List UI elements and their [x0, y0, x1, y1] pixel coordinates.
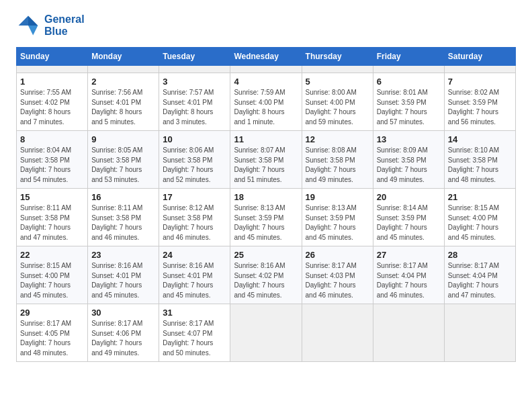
- day-info: Sunrise: 8:17 AM Sunset: 4:03 PM Dayligh…: [306, 261, 369, 300]
- day-info: Sunrise: 8:17 AM Sunset: 4:07 PM Dayligh…: [163, 319, 226, 358]
- day-number: 10: [163, 134, 226, 144]
- day-number: 26: [306, 250, 369, 260]
- day-info: Sunrise: 8:15 AM Sunset: 4:00 PM Dayligh…: [448, 203, 512, 242]
- day-info: Sunrise: 8:00 AM Sunset: 4:00 PM Dayligh…: [306, 88, 369, 127]
- day-info: Sunrise: 8:16 AM Sunset: 4:02 PM Dayligh…: [234, 261, 298, 300]
- calendar-cell: 18Sunrise: 8:13 AM Sunset: 3:59 PM Dayli…: [230, 189, 302, 246]
- day-number: 29: [20, 308, 84, 318]
- calendar-cell: 14Sunrise: 8:10 AM Sunset: 3:58 PM Dayli…: [444, 131, 515, 189]
- calendar-cell: [373, 304, 444, 362]
- day-number: 3: [163, 77, 226, 87]
- day-info: Sunrise: 7:59 AM Sunset: 4:00 PM Dayligh…: [234, 88, 298, 127]
- day-number: 12: [306, 134, 369, 144]
- day-info: Sunrise: 8:04 AM Sunset: 3:58 PM Dayligh…: [20, 146, 84, 185]
- day-number: 8: [20, 134, 84, 144]
- calendar-cell: 31Sunrise: 8:17 AM Sunset: 4:07 PM Dayli…: [159, 304, 230, 362]
- calendar-cell: 20Sunrise: 8:14 AM Sunset: 3:59 PM Dayli…: [373, 189, 444, 246]
- week-row-3: 15Sunrise: 8:11 AM Sunset: 3:58 PM Dayli…: [17, 189, 516, 246]
- calendar-cell: 15Sunrise: 8:11 AM Sunset: 3:58 PM Dayli…: [17, 189, 88, 246]
- calendar-cell: 22Sunrise: 8:15 AM Sunset: 4:00 PM Dayli…: [17, 246, 88, 304]
- day-info: Sunrise: 8:13 AM Sunset: 3:59 PM Dayligh…: [234, 203, 298, 242]
- calendar-cell: 23Sunrise: 8:16 AM Sunset: 4:01 PM Dayli…: [88, 246, 159, 304]
- week-row-4: 22Sunrise: 8:15 AM Sunset: 4:00 PM Dayli…: [17, 246, 516, 304]
- calendar-cell: 16Sunrise: 8:11 AM Sunset: 3:58 PM Dayli…: [88, 189, 159, 246]
- day-info: Sunrise: 8:17 AM Sunset: 4:04 PM Dayligh…: [448, 261, 512, 300]
- calendar-cell: 28Sunrise: 8:17 AM Sunset: 4:04 PM Dayli…: [444, 246, 515, 304]
- day-info: Sunrise: 8:12 AM Sunset: 3:58 PM Dayligh…: [163, 203, 226, 242]
- day-info: Sunrise: 8:15 AM Sunset: 4:00 PM Dayligh…: [20, 261, 84, 300]
- day-info: Sunrise: 8:05 AM Sunset: 3:58 PM Dayligh…: [91, 146, 155, 185]
- calendar-cell: [159, 66, 230, 73]
- calendar-cell: 30Sunrise: 8:17 AM Sunset: 4:06 PM Dayli…: [88, 304, 159, 362]
- calendar-header-row: SundayMondayTuesdayWednesdayThursdayFrid…: [17, 48, 516, 66]
- calendar-table: SundayMondayTuesdayWednesdayThursdayFrid…: [16, 47, 516, 362]
- calendar-cell: 26Sunrise: 8:17 AM Sunset: 4:03 PM Dayli…: [302, 246, 373, 304]
- calendar-cell: 12Sunrise: 8:08 AM Sunset: 3:58 PM Dayli…: [302, 131, 373, 189]
- day-number: 5: [306, 77, 369, 87]
- calendar-cell: 19Sunrise: 8:13 AM Sunset: 3:59 PM Dayli…: [302, 189, 373, 246]
- calendar-cell: 25Sunrise: 8:16 AM Sunset: 4:02 PM Dayli…: [230, 246, 302, 304]
- day-info: Sunrise: 8:09 AM Sunset: 3:58 PM Dayligh…: [377, 146, 441, 185]
- calendar-cell: 17Sunrise: 8:12 AM Sunset: 3:58 PM Dayli…: [159, 189, 230, 246]
- day-number: 20: [377, 192, 441, 202]
- calendar-cell: [444, 304, 515, 362]
- calendar-cell: 24Sunrise: 8:16 AM Sunset: 4:01 PM Dayli…: [159, 246, 230, 304]
- day-info: Sunrise: 8:17 AM Sunset: 4:05 PM Dayligh…: [20, 319, 84, 358]
- day-number: 22: [20, 250, 84, 260]
- day-info: Sunrise: 8:16 AM Sunset: 4:01 PM Dayligh…: [91, 261, 155, 300]
- day-number: 30: [91, 308, 155, 318]
- calendar-cell: [230, 304, 302, 362]
- day-number: 21: [448, 192, 512, 202]
- day-info: Sunrise: 7:55 AM Sunset: 4:02 PM Dayligh…: [20, 88, 84, 127]
- day-info: Sunrise: 8:02 AM Sunset: 3:59 PM Dayligh…: [448, 88, 512, 127]
- calendar-cell: 4Sunrise: 7:59 AM Sunset: 4:00 PM Daylig…: [230, 73, 302, 131]
- day-info: Sunrise: 8:06 AM Sunset: 3:58 PM Dayligh…: [163, 146, 226, 185]
- day-number: 2: [91, 77, 155, 87]
- calendar-cell: 11Sunrise: 8:07 AM Sunset: 3:58 PM Dayli…: [230, 131, 302, 189]
- day-number: 4: [234, 77, 298, 87]
- col-header-saturday: Saturday: [444, 48, 515, 66]
- day-number: 1: [20, 77, 84, 87]
- day-number: 31: [163, 308, 226, 318]
- day-number: 17: [163, 192, 226, 202]
- day-number: 15: [20, 192, 84, 202]
- calendar-cell: 13Sunrise: 8:09 AM Sunset: 3:58 PM Dayli…: [373, 131, 444, 189]
- week-row-2: 8Sunrise: 8:04 AM Sunset: 3:58 PM Daylig…: [17, 131, 516, 189]
- day-number: 24: [163, 250, 226, 260]
- day-number: 14: [448, 134, 512, 144]
- day-info: Sunrise: 7:57 AM Sunset: 4:01 PM Dayligh…: [163, 88, 226, 127]
- week-row-0: [17, 66, 516, 73]
- calendar-cell: 1Sunrise: 7:55 AM Sunset: 4:02 PM Daylig…: [17, 73, 88, 131]
- calendar-cell: [88, 66, 159, 73]
- day-info: Sunrise: 8:17 AM Sunset: 4:06 PM Dayligh…: [91, 319, 155, 358]
- col-header-thursday: Thursday: [302, 48, 373, 66]
- day-info: Sunrise: 8:14 AM Sunset: 3:59 PM Dayligh…: [377, 203, 441, 242]
- day-number: 19: [306, 192, 369, 202]
- day-number: 9: [91, 134, 155, 144]
- calendar-cell: [302, 66, 373, 73]
- calendar-cell: 8Sunrise: 8:04 AM Sunset: 3:58 PM Daylig…: [17, 131, 88, 189]
- calendar-cell: [302, 304, 373, 362]
- calendar-cell: 6Sunrise: 8:01 AM Sunset: 3:59 PM Daylig…: [373, 73, 444, 131]
- day-number: 16: [91, 192, 155, 202]
- day-number: 11: [234, 134, 298, 144]
- day-number: 13: [377, 134, 441, 144]
- logo: General Blue: [16, 13, 85, 38]
- day-number: 6: [377, 77, 441, 87]
- calendar-cell: [373, 66, 444, 73]
- calendar-cell: [17, 66, 88, 73]
- day-number: 28: [448, 250, 512, 260]
- calendar-cell: [444, 66, 515, 73]
- col-header-friday: Friday: [373, 48, 444, 66]
- day-info: Sunrise: 8:17 AM Sunset: 4:04 PM Dayligh…: [377, 261, 441, 300]
- day-number: 7: [448, 77, 512, 87]
- day-info: Sunrise: 8:11 AM Sunset: 3:58 PM Dayligh…: [91, 203, 155, 242]
- col-header-tuesday: Tuesday: [159, 48, 230, 66]
- day-info: Sunrise: 8:10 AM Sunset: 3:58 PM Dayligh…: [448, 146, 512, 185]
- calendar-cell: 7Sunrise: 8:02 AM Sunset: 3:59 PM Daylig…: [444, 73, 515, 131]
- day-number: 18: [234, 192, 298, 202]
- col-header-wednesday: Wednesday: [230, 48, 302, 66]
- calendar-cell: 27Sunrise: 8:17 AM Sunset: 4:04 PM Dayli…: [373, 246, 444, 304]
- day-info: Sunrise: 8:01 AM Sunset: 3:59 PM Dayligh…: [377, 88, 441, 127]
- svg-marker-2: [19, 16, 28, 26]
